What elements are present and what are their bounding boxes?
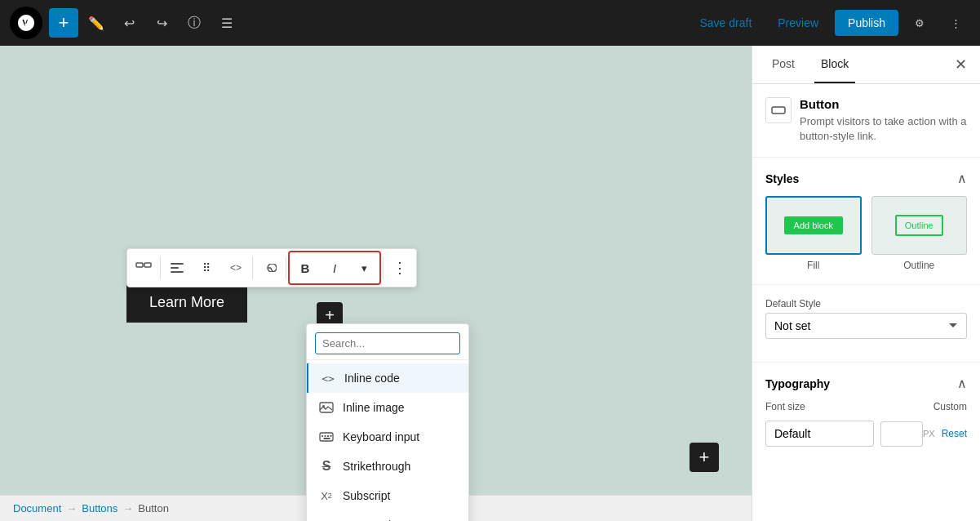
more-options-button[interactable]: ⋮ bbox=[941, 8, 970, 38]
typography-header: Typography ∧ bbox=[765, 376, 967, 391]
styles-title: Styles bbox=[765, 172, 799, 185]
dropdown-item-label: Keyboard input bbox=[343, 430, 419, 443]
default-style-section: Default Style Not set bbox=[752, 285, 980, 363]
strikethrough-icon: S bbox=[318, 458, 335, 474]
dropdown-item-superscript[interactable]: X2 Superscript bbox=[307, 510, 468, 521]
main-layout: ⠿ <> B I ▾ ⋮ Learn More + bbox=[0, 46, 980, 521]
typography-section: Typography ∧ Font size Custom Default PX bbox=[752, 363, 980, 470]
typography-title: Typography bbox=[765, 377, 830, 390]
svg-rect-11 bbox=[330, 435, 332, 437]
undo-button[interactable]: ↩ bbox=[114, 8, 144, 38]
toolbar-code-button[interactable]: <> bbox=[221, 253, 251, 283]
default-style-label: Default Style bbox=[765, 298, 967, 309]
dropdown-item-inline-code[interactable]: <> Inline code bbox=[307, 363, 468, 393]
topbar: + ✏️ ↩ ↪ ⓘ ☰ Save draft Preview Publish … bbox=[0, 0, 980, 46]
toolbar-block-type-button[interactable] bbox=[129, 253, 158, 283]
toolbar-link-button[interactable] bbox=[255, 253, 284, 283]
style-option-outline[interactable]: Outline Outline bbox=[871, 196, 968, 271]
typography-toggle[interactable]: ∧ bbox=[957, 376, 967, 391]
dropdown-item-inline-image[interactable]: Inline image bbox=[307, 393, 468, 422]
block-info: Button Prompt visitors to take action wi… bbox=[752, 84, 980, 158]
svg-rect-1 bbox=[144, 263, 151, 267]
settings-button[interactable]: ⚙ bbox=[905, 8, 934, 38]
formatting-group: B I ▾ bbox=[288, 251, 381, 285]
superscript-icon: X2 bbox=[318, 517, 335, 521]
style-option-fill[interactable]: Add block Fill bbox=[765, 196, 862, 271]
add-block-bottom-button[interactable]: + bbox=[690, 443, 719, 472]
preview-button[interactable]: Preview bbox=[768, 11, 828, 34]
styles-toggle[interactable]: ∧ bbox=[957, 171, 967, 186]
save-draft-button[interactable]: Save draft bbox=[690, 11, 761, 34]
dropdown-item-strikethrough[interactable]: S Strikethrough bbox=[307, 452, 468, 481]
list-view-button[interactable]: ☰ bbox=[212, 8, 242, 38]
style-outline-label: Outline bbox=[871, 260, 968, 271]
svg-rect-8 bbox=[321, 435, 323, 437]
keyboard-input-icon bbox=[318, 429, 335, 445]
breadcrumb-sep-1: → bbox=[66, 502, 77, 514]
button-preview[interactable]: Learn More bbox=[126, 283, 247, 323]
toolbar-align-button[interactable] bbox=[162, 253, 192, 283]
svg-rect-0 bbox=[136, 263, 143, 267]
breadcrumb-sep-2: → bbox=[122, 502, 133, 514]
style-preview-fill: Add block bbox=[765, 196, 862, 255]
topbar-left: + ✏️ ↩ ↪ ⓘ ☰ bbox=[49, 8, 242, 38]
breadcrumb-document[interactable]: Document bbox=[13, 502, 61, 514]
font-size-select-wrap: Default bbox=[765, 421, 874, 447]
toolbar-italic-button[interactable]: I bbox=[320, 253, 349, 283]
font-size-custom-input[interactable] bbox=[880, 421, 923, 447]
inline-code-icon: <> bbox=[320, 370, 336, 386]
style-fill-label: Fill bbox=[765, 260, 862, 271]
dropdown-search bbox=[307, 327, 468, 360]
add-block-button[interactable]: + bbox=[49, 8, 78, 38]
font-size-select[interactable]: Default bbox=[765, 421, 874, 447]
block-title: Button bbox=[800, 97, 967, 111]
tab-block[interactable]: Block bbox=[814, 46, 855, 83]
svg-rect-2 bbox=[171, 263, 184, 265]
inline-image-icon bbox=[318, 399, 335, 416]
dropdown-menu: <> Inline code Inline image Keyboard inp… bbox=[306, 323, 469, 521]
breadcrumb-buttons[interactable]: Buttons bbox=[82, 502, 118, 514]
publish-button[interactable]: Publish bbox=[835, 10, 898, 36]
styles-section: Styles ∧ Add block Fill Outline Outline bbox=[752, 158, 980, 285]
right-panel: Post Block ✕ Button Prompt visitors to t… bbox=[752, 46, 980, 521]
custom-label: Custom bbox=[933, 401, 967, 412]
dropdown-item-label: Strikethrough bbox=[343, 460, 410, 473]
svg-rect-13 bbox=[772, 107, 785, 114]
default-style-select[interactable]: Not set bbox=[765, 313, 967, 339]
dropdown-item-keyboard-input[interactable]: Keyboard input bbox=[307, 422, 468, 452]
fill-button-preview: Add block bbox=[784, 216, 843, 234]
block-details: Button Prompt visitors to take action wi… bbox=[800, 97, 967, 144]
default-style-row: Default Style Not set bbox=[765, 298, 967, 339]
reset-font-button[interactable]: Reset bbox=[942, 428, 967, 439]
info-button[interactable]: ⓘ bbox=[180, 8, 209, 38]
styles-header: Styles ∧ bbox=[765, 171, 967, 186]
toolbar-more-button[interactable]: ⋮ bbox=[385, 253, 415, 283]
dropdown-item-label: Subscript bbox=[343, 489, 390, 502]
outline-button-preview: Outline bbox=[895, 215, 943, 236]
close-panel-button[interactable]: ✕ bbox=[955, 46, 967, 83]
svg-rect-3 bbox=[171, 267, 179, 269]
dropdown-item-label: Inline image bbox=[343, 401, 405, 414]
dropdown-search-input[interactable] bbox=[315, 332, 460, 354]
toolbar-dropdown-button[interactable]: ▾ bbox=[349, 253, 379, 283]
topbar-right: Save draft Preview Publish ⚙ ⋮ bbox=[690, 8, 970, 38]
edit-mode-button[interactable]: ✏️ bbox=[82, 8, 111, 38]
svg-rect-4 bbox=[171, 271, 184, 273]
toolbar-bold-button[interactable]: B bbox=[290, 253, 320, 283]
svg-rect-12 bbox=[324, 438, 330, 439]
button-block: Learn More bbox=[126, 283, 247, 323]
svg-rect-9 bbox=[325, 435, 326, 437]
svg-point-6 bbox=[322, 405, 325, 407]
panel-tabs: Post Block ✕ bbox=[752, 46, 980, 84]
font-size-row: Font size Custom Default PX Reset bbox=[765, 401, 967, 447]
svg-rect-10 bbox=[327, 435, 329, 437]
block-desc: Prompt visitors to take action with a bu… bbox=[800, 114, 967, 144]
font-size-label: Font size bbox=[765, 401, 805, 412]
breadcrumb-button[interactable]: Button bbox=[138, 502, 169, 514]
dropdown-item-subscript[interactable]: X2 Subscript bbox=[307, 481, 468, 510]
toolbar-drag-handle[interactable]: ⠿ bbox=[192, 253, 221, 283]
tab-post[interactable]: Post bbox=[765, 46, 801, 83]
redo-button[interactable]: ↪ bbox=[147, 8, 176, 38]
wp-logo[interactable] bbox=[10, 7, 42, 39]
style-options: Add block Fill Outline Outline bbox=[765, 196, 967, 271]
